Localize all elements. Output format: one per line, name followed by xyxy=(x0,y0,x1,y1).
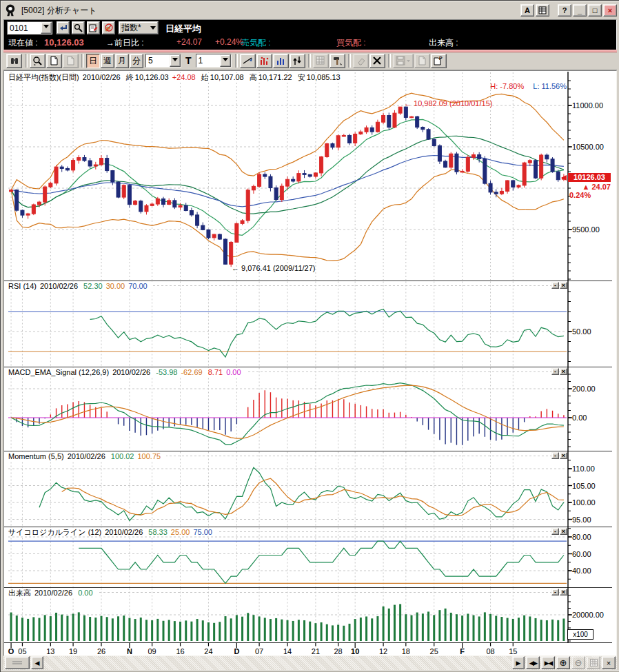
eraser-button[interactable] xyxy=(353,54,369,68)
svg-text:0.00: 0.00 xyxy=(572,414,587,422)
board-button[interactable] xyxy=(536,4,549,17)
scroll-right-button[interactable]: ▶ xyxy=(512,656,525,669)
close-scroll-button[interactable]: × xyxy=(602,656,616,669)
sort-updown-button[interactable] xyxy=(290,54,305,68)
symbol-name: 日経平均 xyxy=(165,23,201,35)
period-day-button[interactable]: 日 xyxy=(86,54,100,68)
period-week-button[interactable]: 週 xyxy=(101,54,114,68)
svg-text:80.00: 80.00 xyxy=(572,533,591,541)
maximize-button[interactable]: □ xyxy=(588,4,602,17)
panel-minimize-button[interactable]: - xyxy=(551,368,559,375)
help-button[interactable]: ? xyxy=(558,4,571,17)
zoom-mode-button[interactable] xyxy=(30,54,45,68)
marker-change: ▲ 24.07 xyxy=(568,183,611,191)
svg-text:60.00: 60.00 xyxy=(572,550,591,558)
page-copy-icon xyxy=(66,56,75,65)
load-symbol-button[interactable] xyxy=(57,21,70,34)
zoom-in-button[interactable]: ⊕ xyxy=(556,656,570,669)
panel-minimize-button[interactable]: - xyxy=(551,589,559,595)
tick-interval-value: 1 xyxy=(199,56,203,65)
dropdown-arrow-icon[interactable] xyxy=(41,22,52,34)
zoom-out-button[interactable]: ⊖ xyxy=(571,656,585,669)
period-month-button[interactable]: 月 xyxy=(115,54,129,68)
price-panel-header: 日経平均(指数)(日間)2010/02/26 終10,126.03 +24.08… xyxy=(8,73,346,81)
svg-text:25: 25 xyxy=(430,647,438,655)
svg-text:12: 12 xyxy=(379,647,387,655)
close-button[interactable]: × xyxy=(603,4,617,17)
dropdown-arrow-icon[interactable] xyxy=(220,54,231,67)
page-p-icon: P xyxy=(434,56,443,65)
panel-close-button[interactable]: × xyxy=(560,589,567,595)
panel-minimize-button[interactable]: - xyxy=(551,452,559,459)
category-combo[interactable]: 指数* xyxy=(119,21,159,34)
print-setup-button[interactable]: P xyxy=(431,54,447,68)
change-label: →前日比 : xyxy=(106,37,144,49)
scrollbar-thumb[interactable] xyxy=(5,656,30,669)
svg-text:11000.00: 11000.00 xyxy=(572,101,603,110)
delete-all-button[interactable] xyxy=(369,54,385,68)
copy-page-button[interactable] xyxy=(63,54,79,68)
minimize-button[interactable]: _ xyxy=(573,4,587,17)
svg-text:24: 24 xyxy=(204,647,212,655)
toolbar-separator xyxy=(235,54,238,68)
scroll-left-button[interactable]: ◀ xyxy=(31,656,43,669)
panel-close-button[interactable]: × xyxy=(560,452,567,459)
panel-close-button[interactable]: × xyxy=(560,528,567,535)
font-button[interactable]: A xyxy=(520,4,534,17)
symbol-code-combo[interactable]: 0101 xyxy=(7,21,52,34)
svg-text:N: N xyxy=(127,647,132,655)
volume-panel-header: 出来高2010/02/26 0.00 xyxy=(8,589,99,597)
high-percent: H: -7.80% xyxy=(490,82,524,90)
trendline-button[interactable] xyxy=(240,54,256,68)
expand-bars-button[interactable]: ◀ ▶ xyxy=(526,656,540,669)
svg-text:100.00: 100.00 xyxy=(572,498,596,507)
panel-minimize-button[interactable]: - xyxy=(551,282,559,289)
minute-interval-value: 5 xyxy=(148,56,153,65)
draw-off-button[interactable] xyxy=(102,21,115,34)
save-chart-button[interactable] xyxy=(393,54,414,68)
compress-bars-button[interactable]: ▶ ◀ xyxy=(541,656,555,669)
chart-area: 11000.0010500.009500.0050.00200.000.0011… xyxy=(3,70,617,656)
symbol-search-button[interactable] xyxy=(72,21,85,34)
grid-toggle-button[interactable] xyxy=(587,656,600,669)
svg-text:95.00: 95.00 xyxy=(572,516,591,524)
tick-interval-combo[interactable]: 1 xyxy=(196,54,232,68)
panel-close-button[interactable]: × xyxy=(560,282,567,289)
svg-text:15: 15 xyxy=(509,647,517,655)
zoom-cursor-icon xyxy=(32,56,43,66)
macd-panel-header: MACD_EMA_Signal (12,26,9)2010/02/26 -53.… xyxy=(8,368,247,376)
up-down-arrows-icon xyxy=(292,56,303,65)
minute-interval-combo[interactable]: 5 xyxy=(145,54,181,68)
peak-annotation: ← 10,982.09 (2010/01/15) xyxy=(404,100,492,108)
svg-text:19: 19 xyxy=(69,647,77,655)
period-minute-button[interactable]: 分 xyxy=(130,54,143,68)
svg-text:P: P xyxy=(439,56,443,61)
high-low-percent: H: -7.80% L: 11.56% xyxy=(445,82,567,90)
tick-chart-blue-button[interactable] xyxy=(273,54,289,68)
horizontal-scrollbar[interactable]: ◀ ▶ ◀ ▶ ▶ ◀ ⊕ ⊖ × xyxy=(3,656,617,670)
quote-panel: 0101 指数* 日経平均 現在値 : 10,126.03 →前日比 : +24… xyxy=(3,19,617,51)
grid-icon xyxy=(316,56,325,65)
new-page-button[interactable] xyxy=(46,54,62,68)
indicator-settings-button[interactable] xyxy=(329,54,345,68)
panel-minimize-button[interactable]: - xyxy=(551,528,559,535)
grid-settings-button[interactable] xyxy=(313,54,329,68)
svg-text:26: 26 xyxy=(97,647,105,655)
volume-label: 出来高 : xyxy=(429,37,458,49)
svg-text:105.00: 105.00 xyxy=(572,482,596,490)
svg-text:07: 07 xyxy=(255,647,263,655)
svg-text:40.00: 40.00 xyxy=(572,567,591,575)
memo-edit-button[interactable] xyxy=(87,21,100,34)
low-percent: L: 11.56% xyxy=(533,82,567,90)
board-icon xyxy=(538,6,547,14)
chart-canvas[interactable]: 11000.0010500.009500.0050.00200.000.0011… xyxy=(4,71,616,655)
panel-close-button[interactable]: × xyxy=(560,368,567,375)
open-page-button[interactable] xyxy=(414,54,430,68)
pencil-slash-icon xyxy=(104,23,113,32)
bid-label: 買気配 : xyxy=(336,37,366,49)
grid-icon xyxy=(590,659,598,666)
svg-text:20000.00: 20000.00 xyxy=(572,611,604,619)
dropdown-arrow-icon[interactable] xyxy=(170,54,181,67)
tick-chart-red-button[interactable] xyxy=(256,54,272,68)
watch-list-button[interactable] xyxy=(6,54,22,68)
